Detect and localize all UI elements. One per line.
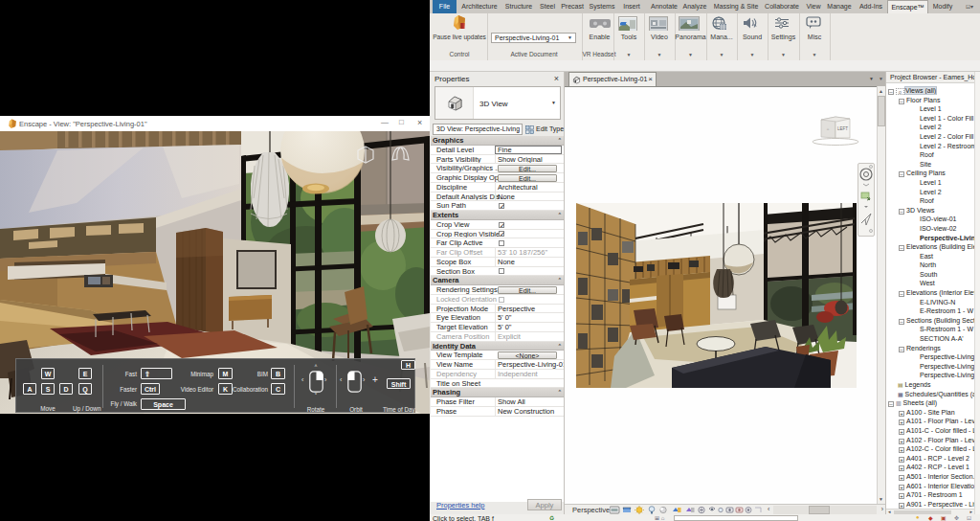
svg-text:LEFT: LEFT: [837, 126, 848, 131]
